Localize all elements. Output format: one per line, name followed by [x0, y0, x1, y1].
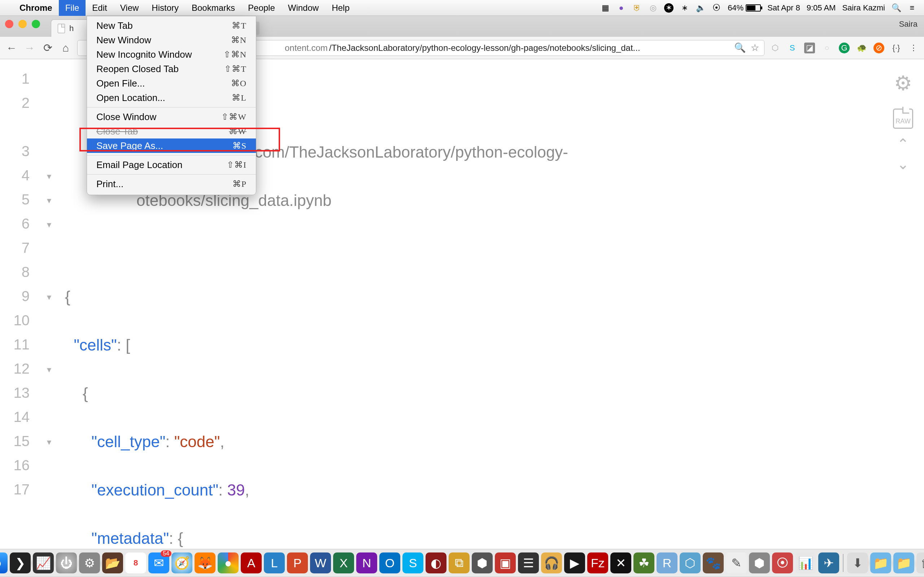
menu-close-window[interactable]: Close Window⇧⌘W — [87, 110, 256, 124]
dock-skype[interactable]: S — [402, 553, 423, 574]
menubar-extra-icon[interactable]: ● — [617, 3, 626, 13]
dock-rstudio[interactable]: R — [657, 553, 677, 574]
dock-app[interactable]: ⧉ — [449, 553, 470, 574]
dock-mail[interactable]: ✉54 — [149, 553, 169, 574]
dock-filezilla[interactable]: Fz — [587, 553, 608, 574]
menubar-extra-icon[interactable]: ✶ — [664, 3, 674, 13]
menu-email-page[interactable]: Email Page Location⇧⌘I — [87, 158, 256, 172]
volume-icon[interactable]: 🔈 — [696, 3, 705, 13]
gear-icon[interactable]: ⚙ — [894, 68, 912, 98]
menubar-time[interactable]: 9:05 AM — [807, 3, 836, 13]
bookmarks-menu[interactable]: Bookmarks — [185, 0, 241, 16]
dock-powerpoint[interactable]: P — [287, 553, 308, 574]
apple-menu[interactable] — [0, 0, 13, 16]
view-menu[interactable]: View — [114, 0, 145, 16]
dock-app[interactable]: ⬡ — [680, 553, 701, 574]
chrome-menu-icon[interactable]: ⋮ — [908, 43, 919, 53]
people-menu[interactable]: People — [241, 0, 281, 16]
dock-folder[interactable]: 📁 — [893, 553, 914, 574]
fold-toggle[interactable]: ▾ — [43, 164, 56, 189]
menu-list-icon[interactable]: ≡ — [908, 3, 917, 13]
dock-app[interactable]: ◐ — [426, 553, 446, 574]
dock-onenote[interactable]: N — [356, 553, 377, 574]
dock-app[interactable]: ⦿ — [772, 553, 793, 574]
dock-app[interactable]: ▶ — [564, 553, 585, 574]
profile-name[interactable]: Saira — [899, 19, 918, 29]
menu-new-window[interactable]: New Window⌘N — [87, 33, 256, 47]
dock-app[interactable]: ☰ — [518, 553, 539, 574]
window-close-button[interactable] — [5, 20, 13, 28]
dock-chrome[interactable]: ● — [218, 553, 239, 574]
fold-toggle[interactable]: ▾ — [43, 213, 56, 237]
menu-save-page-as[interactable]: Save Page As...⌘S — [87, 139, 256, 153]
menu-open-file[interactable]: Open File...⌘O — [87, 76, 256, 90]
dock-excel[interactable]: X — [333, 553, 354, 574]
nav-home-button[interactable]: ⌂ — [59, 42, 72, 55]
extension-icon[interactable]: ⬡ — [769, 43, 780, 53]
menu-new-tab[interactable]: New Tab⌘T — [87, 18, 256, 33]
dock-calendar[interactable]: 8 — [125, 553, 146, 574]
dock-app[interactable]: L — [264, 553, 285, 574]
fold-toggle[interactable]: ▾ — [43, 189, 56, 213]
dock-app[interactable]: ⬢ — [472, 553, 493, 574]
zoom-icon[interactable]: 🔍 — [734, 42, 746, 53]
dock-preferences[interactable]: ⚙ — [79, 553, 100, 574]
extension-icon[interactable]: ○ — [822, 43, 832, 53]
menu-reopen-tab[interactable]: Reopen Closed Tab⇧⌘T — [87, 62, 256, 76]
chevron-up-icon[interactable]: ⌃ — [897, 139, 909, 149]
dock-safari[interactable]: 🧭 — [171, 553, 192, 574]
nav-reload-button[interactable]: ⟳ — [41, 42, 54, 55]
spotlight-icon[interactable]: 🔍 — [892, 3, 901, 13]
menubar-user[interactable]: Saira Kazmi — [842, 3, 885, 13]
bookmark-star-icon[interactable]: ☆ — [751, 42, 759, 53]
menu-open-location[interactable]: Open Location...⌘L — [87, 90, 256, 105]
edit-menu[interactable]: Edit — [86, 0, 113, 16]
battery-indicator[interactable]: 64% — [728, 3, 761, 13]
menu-new-incognito[interactable]: New Incognito Window⇧⌘N — [87, 47, 256, 62]
dock-app[interactable]: ✈ — [818, 553, 839, 574]
window-minimize-button[interactable] — [18, 20, 27, 28]
dock-app[interactable]: 🎧 — [541, 553, 562, 574]
app-menu[interactable]: Chrome — [13, 0, 59, 16]
nav-forward-button[interactable]: → — [23, 42, 36, 55]
chevron-down-icon[interactable]: ⌄ — [897, 159, 909, 169]
dock-downloads[interactable]: ⬇ — [847, 553, 868, 574]
extension-icon[interactable]: 🐢 — [856, 43, 867, 53]
menubar-extra-icon[interactable]: ▦ — [601, 3, 610, 13]
fold-toggle[interactable]: ▾ — [43, 358, 56, 382]
dock-acrobat[interactable]: A — [241, 553, 262, 574]
menubar-extra-icon[interactable]: ⛨ — [632, 3, 642, 13]
bluetooth-icon[interactable]: ∗ — [680, 3, 690, 13]
menubar-extra-icon[interactable]: ◎ — [648, 3, 657, 13]
history-menu[interactable]: History — [145, 0, 185, 16]
dock-finder[interactable]: ☻ — [0, 553, 8, 574]
file-menu[interactable]: File — [59, 0, 86, 16]
dock-firefox[interactable]: 🦊 — [195, 553, 215, 574]
nav-back-button[interactable]: ← — [5, 42, 18, 55]
dock-outlook[interactable]: O — [380, 553, 400, 574]
dock-app[interactable]: ✎ — [726, 553, 747, 574]
menubar-date[interactable]: Sat Apr 8 — [767, 3, 800, 13]
dock-folder[interactable]: 📁 — [870, 553, 891, 574]
dock-terminal[interactable]: ❯ — [10, 553, 31, 574]
fold-toggle[interactable]: ▾ — [43, 285, 56, 309]
dock-app[interactable]: ▣ — [495, 553, 516, 574]
window-menu[interactable]: Window — [281, 0, 325, 16]
menu-print[interactable]: Print...⌘P — [87, 177, 256, 191]
dock-app[interactable]: ⏻ — [56, 553, 77, 574]
dock-app[interactable]: 📊 — [795, 553, 816, 574]
dock-app[interactable]: 🐾 — [703, 553, 724, 574]
dock-app[interactable]: ⬢ — [749, 553, 770, 574]
extension-icon[interactable]: S — [787, 43, 798, 53]
extension-icon[interactable]: ⊘ — [874, 43, 884, 53]
dock-app[interactable]: ✕ — [611, 553, 631, 574]
raw-button[interactable]: RAW — [893, 108, 913, 129]
dock-activity[interactable]: 📈 — [33, 553, 54, 574]
dock-trash[interactable]: 🗑 — [916, 553, 924, 574]
window-zoom-button[interactable] — [32, 20, 40, 28]
extension-icon[interactable]: G — [839, 43, 850, 53]
extension-icon[interactable]: {∙} — [891, 43, 901, 53]
help-menu[interactable]: Help — [325, 0, 356, 16]
extension-icon[interactable]: ◪ — [804, 43, 815, 53]
fold-toggle[interactable]: ▾ — [43, 430, 56, 455]
